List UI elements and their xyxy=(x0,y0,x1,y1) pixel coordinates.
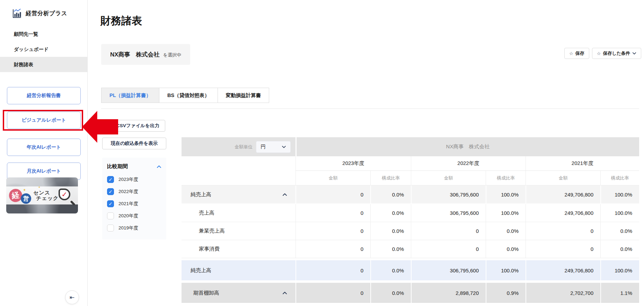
table-row: 家事消費00.0%00.0%00.0% xyxy=(182,240,639,258)
company-selector[interactable]: NX商事 株式会社 を選択中 xyxy=(101,44,190,65)
cell-value: 306,795,600 xyxy=(411,260,486,280)
financial-table: 金額単位 円 NX商事 株式会社 2023年度2022年度2021年度 金額構成… xyxy=(182,137,639,303)
save-button[interactable]: ☆ 保存 xyxy=(564,48,589,59)
cell-value: 0 xyxy=(295,260,370,280)
cell-value: 0.0% xyxy=(600,240,639,258)
saved-conditions-label: 保存した条件 xyxy=(603,50,630,56)
sidebar-item-dashboard[interactable]: ダッシュボード xyxy=(0,42,87,57)
period-checkbox-label: 2021年度 xyxy=(118,201,138,207)
star-icon: ☆ xyxy=(597,51,601,56)
sidebar-item-financial-statements[interactable]: 財務諸表 xyxy=(0,57,87,72)
cell-value: 1.1% xyxy=(600,283,639,303)
row-label: 兼業売上高 xyxy=(182,222,295,240)
star-icon: ☆ xyxy=(569,51,573,56)
sub-header: 構成比率 xyxy=(486,171,526,185)
row-label: 期首棚卸高 xyxy=(182,283,295,303)
annual-ai-report-button[interactable]: 年次AIレポート xyxy=(7,139,81,156)
management-analysis-report-button[interactable]: 経営分析報告書 xyxy=(7,87,81,104)
cell-value: 0.0% xyxy=(370,185,411,203)
sparkle-icon: ✦ xyxy=(38,186,41,189)
tab-pl[interactable]: PL（損益計算書） xyxy=(101,88,159,103)
divider xyxy=(101,108,639,109)
checkbox-checked-icon: ✓ xyxy=(107,188,114,195)
top-actions: ☆ 保存 ☆ 保存した条件 xyxy=(564,48,641,59)
cell-value: 2,898,720 xyxy=(411,283,486,303)
amount-unit-label: 金額単位 xyxy=(235,144,253,150)
chevron-up-icon[interactable] xyxy=(157,165,161,168)
cell-value: 100.0% xyxy=(486,185,526,203)
banner-word-sense: センス xyxy=(33,190,59,195)
app-logo: 経営分析プラス xyxy=(12,8,67,19)
row-label-text: 家事消費 xyxy=(199,246,220,252)
row-label-text: 純売上高 xyxy=(191,267,211,274)
row-label: 純売上高 xyxy=(182,260,295,280)
cell-value: 0 xyxy=(295,204,370,222)
keiei-sense-check-banner[interactable]: 経 営 センス チェック ✦ ✦ ✓ xyxy=(6,177,78,213)
period-checkbox-2020[interactable]: 2020年度 xyxy=(107,212,161,220)
sub-header: 金額 xyxy=(526,171,600,185)
tab-variable-pl[interactable]: 変動損益計算書 xyxy=(218,88,270,103)
show-filter-conditions-label: 現在の絞込条件を表示 xyxy=(111,140,158,147)
collapse-sidebar-icon: ⇤ xyxy=(70,294,74,301)
chevron-down-icon xyxy=(632,52,636,55)
period-checkbox-2023[interactable]: ✓2023年度 xyxy=(107,175,161,184)
app-title: 経営分析プラス xyxy=(26,10,67,17)
cell-value: 306,795,600 xyxy=(411,204,486,222)
checkbox-unchecked-icon xyxy=(107,225,114,231)
sub-header-spacer xyxy=(182,171,295,185)
visual-report-button[interactable]: ビジュアルレポート xyxy=(7,112,81,129)
checkbox-checked-icon: ✓ xyxy=(107,176,114,183)
magnifier-check-icon: ✓ xyxy=(59,189,70,200)
banner-word-check: チェック xyxy=(33,195,59,201)
amount-unit-select[interactable]: 円 xyxy=(256,141,291,153)
sidebar-item-clients[interactable]: 顧問先一覧 xyxy=(0,26,87,42)
cell-value: 100.0% xyxy=(600,185,639,203)
tab-bs[interactable]: BS（貸借対照表） xyxy=(159,88,218,103)
collapse-chevron-icon[interactable] xyxy=(282,193,287,196)
cell-value: 0 xyxy=(411,222,486,240)
cell-value: 0.0% xyxy=(370,222,411,240)
csv-export-label: CSVファイルを出力 xyxy=(116,123,159,129)
row-label-text: 兼業売上高 xyxy=(199,228,225,234)
year-header: 2021年度 xyxy=(526,156,639,171)
banner-kei-circle: 経 xyxy=(8,188,23,203)
sub-header: 構成比率 xyxy=(600,171,639,185)
table-row: 期首棚卸高00.0%2,898,7200.9%2,702,7001.1% xyxy=(182,283,639,303)
cell-value: 0 xyxy=(295,222,370,240)
amount-unit-cell: 金額単位 円 xyxy=(182,137,295,156)
banner-words: センス チェック xyxy=(33,190,59,201)
comparison-period-panel: 比較期間 ✓2023年度✓2022年度✓2021年度2020年度2019年度 xyxy=(102,158,166,239)
cell-value: 0.9% xyxy=(486,283,526,303)
table-company-header: NX商事 株式会社 xyxy=(297,137,639,156)
saved-conditions-button[interactable]: ☆ 保存した条件 xyxy=(592,48,641,59)
cell-value: 0 xyxy=(295,185,370,203)
cell-value: 0.0% xyxy=(370,260,411,280)
period-checkbox-2022[interactable]: ✓2022年度 xyxy=(107,187,161,196)
cell-value: 0 xyxy=(411,240,486,258)
amount-unit-value: 円 xyxy=(261,143,266,150)
year-header: 2023年度 xyxy=(295,156,411,171)
cell-value: 100.0% xyxy=(486,260,526,280)
collapse-chevron-icon[interactable] xyxy=(282,291,287,295)
statement-tabs: PL（損益計算書）BS（貸借対照表）変動損益計算書 xyxy=(101,88,269,103)
cell-value: 0.0% xyxy=(600,222,639,240)
period-checkbox-label: 2022年度 xyxy=(118,189,138,195)
cell-value: 0 xyxy=(526,222,600,240)
sub-header: 金額 xyxy=(295,171,370,185)
row-label-text: 期首棚卸高 xyxy=(193,290,219,296)
table-row: 純売上高00.0%306,795,600100.0%249,706,800100… xyxy=(182,185,639,203)
cell-value: 0.0% xyxy=(370,283,411,303)
row-label-text: 売上高 xyxy=(199,210,214,216)
show-filter-conditions-button[interactable]: 現在の絞込条件を表示 xyxy=(102,138,166,149)
sidebar-report-buttons: 経営分析報告書ビジュアルレポート年次AIレポート月次AIレポート xyxy=(7,87,81,180)
cell-value: 0.0% xyxy=(370,240,411,258)
sidebar-collapse-button[interactable]: ⇤ xyxy=(65,290,79,304)
table-row: 兼業売上高00.0%00.0%00.0% xyxy=(182,222,639,240)
cell-value: 306,795,600 xyxy=(411,185,486,203)
cell-value: 100.0% xyxy=(600,204,639,222)
period-checkbox-2021[interactable]: ✓2021年度 xyxy=(107,200,161,208)
comparison-period-title: 比較期間 xyxy=(107,163,128,170)
period-checkbox-2019[interactable]: 2019年度 xyxy=(107,224,161,232)
year-header: 2022年度 xyxy=(411,156,526,171)
cell-value: 0.0% xyxy=(486,222,526,240)
